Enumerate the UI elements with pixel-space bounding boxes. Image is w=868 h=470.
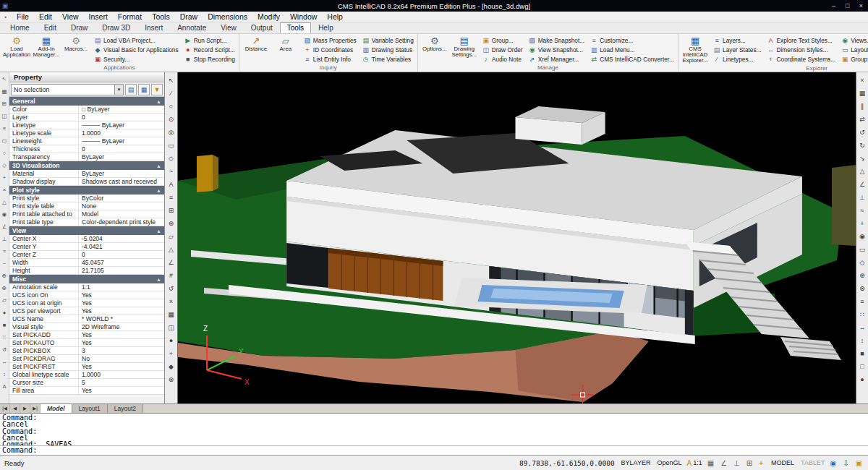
toolbar-icon[interactable]: ▭ — [859, 243, 866, 256]
ribbon-small-button[interactable]: ▶Run Script... — [183, 35, 237, 45]
ribbon-small-button[interactable]: ▣Group... — [481, 35, 524, 45]
toolbar-icon[interactable]: ⊕ — [2, 270, 7, 282]
ribbon-small-button[interactable]: ≡Customize... — [589, 35, 676, 45]
property-row[interactable]: Center Y-4.0421 — [9, 243, 164, 251]
collapse-icon[interactable]: ▲ — [156, 188, 161, 193]
ribbon-tab[interactable]: Home — [3, 22, 37, 33]
toolbar-icon[interactable]: ↔ — [859, 321, 866, 334]
toolbar-icon[interactable]: × — [3, 184, 6, 196]
property-row[interactable]: UCS icon at originYes — [9, 299, 164, 307]
status-item[interactable]: ⊥ — [733, 459, 741, 467]
section-header-general[interactable]: General ▲ — [9, 97, 164, 106]
toolbar-icon[interactable]: ≡ — [860, 295, 864, 308]
toolbar-icon[interactable]: + — [169, 347, 173, 360]
ribbon-big-button[interactable]: ↗Distance — [242, 35, 271, 64]
toolbar-icon[interactable]: ⊞ — [169, 204, 174, 217]
toolbar-icon[interactable]: ▭ — [168, 139, 174, 152]
property-row[interactable]: Print styleByColor — [9, 195, 164, 202]
ribbon-small-button[interactable]: ▣Security... — [93, 54, 180, 64]
section-header-view[interactable]: View ▲ — [9, 226, 164, 235]
status-item[interactable]: BYLAYER — [620, 459, 651, 466]
ribbon-big-button[interactable]: ⚙Options... — [420, 35, 449, 64]
ribbon-big-button[interactable]: ▦Add-In Manager... — [32, 35, 61, 64]
ribbon-small-button[interactable]: ♪Audio Note — [481, 54, 524, 64]
ribbon-tab[interactable]: Output — [244, 22, 280, 33]
chevron-down-icon[interactable]: ▾ — [114, 85, 123, 95]
property-row[interactable]: Width45.0457 — [9, 259, 164, 267]
property-row[interactable]: Set PICKAUTOYes — [9, 339, 164, 347]
toolbar-icon[interactable]: # — [169, 269, 173, 282]
status-item[interactable]: ▦ — [707, 459, 715, 467]
previous-layout-button[interactable]: ◀ — [10, 404, 20, 413]
toolbar-icon[interactable]: ◉ — [859, 230, 865, 243]
ribbon-small-button[interactable]: ∕Linetypes... — [712, 54, 763, 64]
property-row[interactable]: UCS per viewportYes — [9, 307, 164, 315]
toolbar-icon[interactable]: ⊗ — [169, 373, 174, 386]
status-item[interactable]: OpenGL — [655, 459, 681, 466]
property-row[interactable]: Fill areaYes — [9, 387, 164, 395]
toolbar-icon[interactable]: ▦ — [168, 308, 174, 321]
menu-item[interactable]: Draw — [175, 12, 203, 22]
toolbar-icon[interactable]: ≡ — [3, 122, 6, 134]
toolbar-icon[interactable]: ● — [3, 307, 7, 319]
menu-item[interactable]: Help — [322, 12, 348, 22]
ribbon-big-button[interactable]: ⚙Load Application — [2, 35, 31, 64]
collapse-icon[interactable]: ▲ — [156, 99, 161, 104]
ribbon-tab[interactable]: Tools — [280, 22, 311, 33]
status-item[interactable]: ⇩ — [843, 459, 850, 467]
property-row[interactable]: TransparencyByLayer — [9, 153, 164, 161]
property-row[interactable]: Visual style2D Wireframe — [9, 323, 164, 331]
property-row[interactable]: Set PICKADDYes — [9, 331, 164, 339]
toolbar-icon[interactable]: ◫ — [168, 321, 174, 334]
toolbar-icon[interactable]: ↺ — [2, 343, 7, 356]
toolbar-icon[interactable]: × — [169, 295, 173, 308]
toolbar-icon[interactable]: A — [169, 178, 173, 191]
ribbon-big-button[interactable]: ▤Drawing Settings... — [450, 35, 479, 64]
ribbon-small-button[interactable]: ⇄CMS IntelliCAD Converter... — [589, 54, 676, 64]
close-button[interactable]: × — [854, 1, 868, 11]
toolbar-icon[interactable]: + — [3, 171, 6, 184]
ribbon-big-button[interactable]: ⚙Macros... — [61, 35, 90, 64]
property-row[interactable]: Cursor size5 — [9, 379, 164, 387]
drawing-viewport[interactable]: Z Y X — [178, 72, 856, 403]
ribbon-big-button[interactable]: ▦CMS IntelliCAD Explorer... — [681, 35, 710, 64]
toolbar-icon[interactable]: ⊙ — [169, 113, 174, 126]
property-row[interactable]: UCS icon OnYes — [9, 291, 164, 299]
toolbar-icon[interactable]: ▱ — [2, 294, 7, 307]
toolbar-icon[interactable]: ∠ — [168, 256, 174, 269]
toolbar-icon[interactable]: ⊗ — [859, 282, 865, 295]
toolbar-icon[interactable]: ∕ — [171, 87, 172, 100]
toolbar-icon[interactable]: ↖ — [169, 74, 174, 87]
menu-item[interactable]: Dimensions — [203, 12, 252, 22]
toolbar-icon[interactable]: ■ — [860, 347, 864, 360]
ribbon-tab[interactable]: Draw — [64, 22, 95, 33]
toolbar-icon[interactable]: ● — [169, 334, 173, 347]
command-window[interactable]: Command:CancelCommand:CancelCommand: _SA… — [0, 413, 868, 455]
toolbar-icon[interactable]: ⊗ — [2, 282, 7, 294]
filter-button[interactable]: ▼ — [151, 84, 163, 95]
toolbar-icon[interactable]: △ — [860, 165, 865, 178]
status-item[interactable]: TABLET — [799, 459, 825, 466]
property-row[interactable]: Height21.7105 — [9, 267, 164, 275]
ribbon-small-button[interactable]: ◉Views... — [840, 35, 868, 45]
ribbon-tab[interactable]: Draw 3D — [95, 22, 137, 33]
ribbon-big-button[interactable]: ▱Area — [271, 35, 300, 64]
ribbon-tab[interactable]: View — [213, 22, 244, 33]
ribbon-small-button[interactable]: ▤Variable Setting — [361, 35, 415, 45]
layout-tab[interactable]: Model — [41, 404, 72, 413]
toolbar-icon[interactable]: ▦ — [1, 85, 7, 98]
ribbon-small-button[interactable]: AExplore Text Styles... — [766, 35, 838, 45]
toolbar-icon[interactable]: ▭ — [1, 134, 7, 147]
command-prompt[interactable]: Command: — [0, 445, 868, 455]
toolbar-icon[interactable]: ◎ — [169, 126, 174, 139]
ribbon-small-button[interactable]: ▣Groups... — [840, 54, 868, 64]
toolbar-icon[interactable]: ● — [860, 373, 864, 386]
collapse-icon[interactable]: ▲ — [156, 228, 161, 234]
menu-item[interactable]: Window — [285, 12, 322, 22]
toolbar-icon[interactable]: ∥ — [861, 100, 864, 113]
property-row[interactable]: UCS Name* WORLD * — [9, 315, 164, 323]
toolbar-icon[interactable]: △ — [169, 243, 174, 256]
toolbar-icon[interactable]: ≡ — [169, 191, 173, 204]
ribbon-tab[interactable]: Help — [311, 22, 341, 33]
toolbar-icon[interactable]: ∷ — [3, 331, 7, 343]
